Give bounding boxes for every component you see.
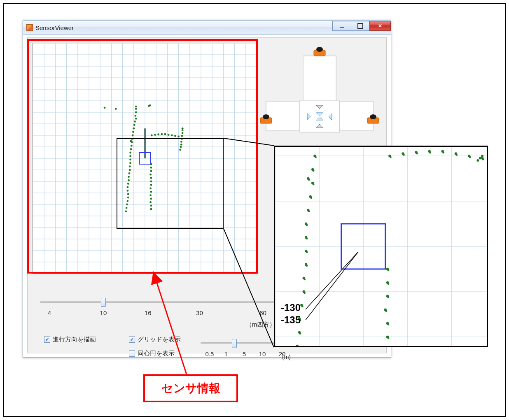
- svg-point-217: [456, 154, 458, 156]
- svg-point-161: [306, 224, 308, 226]
- svg-point-157: [306, 251, 308, 253]
- svg-point-87: [149, 174, 152, 176]
- svg-point-104: [164, 133, 166, 135]
- svg-point-98: [182, 129, 184, 131]
- svg-point-66: [131, 138, 133, 140]
- checkbox-label: 同心円を表示: [138, 350, 175, 357]
- svg-point-112: [149, 104, 151, 107]
- minimize-button[interactable]: [332, 21, 351, 31]
- titlebar[interactable]: SensorViewer: [23, 21, 391, 35]
- close-button[interactable]: [369, 21, 391, 31]
- svg-point-165: [310, 197, 312, 199]
- svg-point-224: [476, 159, 479, 162]
- svg-point-84: [150, 184, 152, 186]
- svg-point-86: [150, 177, 152, 179]
- svg-point-70: [133, 124, 135, 126]
- slider-thumb[interactable]: [101, 298, 106, 307]
- svg-point-57: [129, 165, 131, 167]
- svg-point-81: [149, 194, 152, 196]
- svg-point-159: [306, 238, 308, 240]
- svg-point-171: [313, 170, 315, 172]
- svg-point-167: [313, 183, 315, 186]
- svg-point-189: [388, 297, 390, 299]
- svg-rect-114: [266, 101, 300, 131]
- svg-point-191: [388, 283, 390, 285]
- svg-point-82: [150, 191, 152, 193]
- svg-point-68: [132, 131, 134, 133]
- inset-value-bottom: -135: [281, 314, 301, 326]
- svg-point-88: [150, 170, 152, 172]
- svg-point-60: [129, 155, 131, 157]
- svg-point-226: [481, 155, 483, 157]
- checkbox-heading[interactable]: 進行方向を描画: [44, 336, 96, 343]
- svg-point-79: [149, 201, 152, 203]
- svg-point-47: [126, 200, 128, 202]
- scale-unit-label: （m四方）: [246, 321, 276, 329]
- svg-point-99: [182, 128, 184, 130]
- slider-track: [201, 342, 283, 344]
- svg-point-100: [151, 135, 153, 137]
- svg-point-209: [403, 154, 405, 156]
- svg-point-67: [132, 135, 134, 137]
- svg-point-59: [129, 158, 131, 160]
- svg-rect-113: [303, 56, 336, 101]
- checkbox-icon: [129, 350, 135, 357]
- sensor-plot[interactable]: [33, 43, 257, 274]
- svg-point-215: [442, 152, 444, 154]
- svg-point-105: [168, 134, 170, 136]
- svg-point-145: [299, 333, 301, 335]
- svg-rect-115: [339, 101, 373, 131]
- svg-point-185: [388, 324, 390, 326]
- svg-point-101: [154, 134, 156, 136]
- resolution-slider[interactable]: [201, 337, 283, 348]
- checkbox-circles[interactable]: 同心円を表示: [129, 350, 175, 357]
- svg-point-72: [135, 118, 137, 120]
- svg-point-71: [134, 121, 136, 123]
- svg-point-69: [133, 128, 135, 130]
- svg-point-61: [129, 152, 131, 154]
- svg-point-97: [182, 132, 184, 134]
- svg-point-106: [171, 135, 173, 137]
- svg-point-51: [126, 186, 128, 188]
- scale-slider[interactable]: [40, 296, 275, 309]
- minimize-icon: [340, 24, 344, 28]
- svg-point-85: [150, 181, 152, 183]
- svg-point-94: [180, 141, 182, 143]
- svg-point-110: [104, 107, 106, 109]
- svg-point-76: [135, 106, 137, 108]
- checkbox-label: 進行方向を描画: [53, 336, 96, 343]
- svg-point-149: [301, 306, 304, 308]
- svg-point-219: [469, 156, 471, 158]
- svg-point-44: [125, 210, 127, 212]
- svg-point-74: [135, 111, 137, 114]
- svg-point-225: [479, 157, 481, 160]
- svg-point-45: [126, 207, 128, 209]
- svg-point-91: [179, 149, 181, 151]
- svg-point-89: [150, 167, 152, 169]
- svg-point-93: [180, 144, 182, 146]
- svg-point-213: [429, 152, 431, 154]
- svg-point-80: [150, 198, 152, 200]
- svg-point-211: [416, 153, 418, 155]
- svg-point-126: [263, 114, 269, 119]
- svg-point-142: [296, 345, 299, 346]
- svg-point-77: [150, 208, 152, 210]
- slider-track: [40, 301, 275, 303]
- slider-thumb[interactable]: [232, 339, 237, 348]
- svg-point-58: [129, 162, 131, 164]
- checkbox-grid[interactable]: グリッドを表示: [129, 336, 181, 343]
- maximize-button[interactable]: [351, 21, 370, 31]
- inset-value-top: -130: [281, 302, 301, 314]
- svg-point-49: [127, 193, 129, 195]
- svg-point-187: [385, 310, 387, 312]
- svg-point-193: [388, 269, 390, 271]
- svg-point-52: [127, 183, 129, 185]
- window-title: SensorViewer: [35, 24, 74, 31]
- svg-point-90: [150, 163, 152, 165]
- svg-point-46: [126, 204, 128, 206]
- svg-point-173: [315, 156, 317, 158]
- svg-point-128: [370, 114, 376, 119]
- svg-point-207: [390, 156, 392, 158]
- svg-point-183: [388, 337, 390, 339]
- checkbox-icon: [129, 336, 135, 343]
